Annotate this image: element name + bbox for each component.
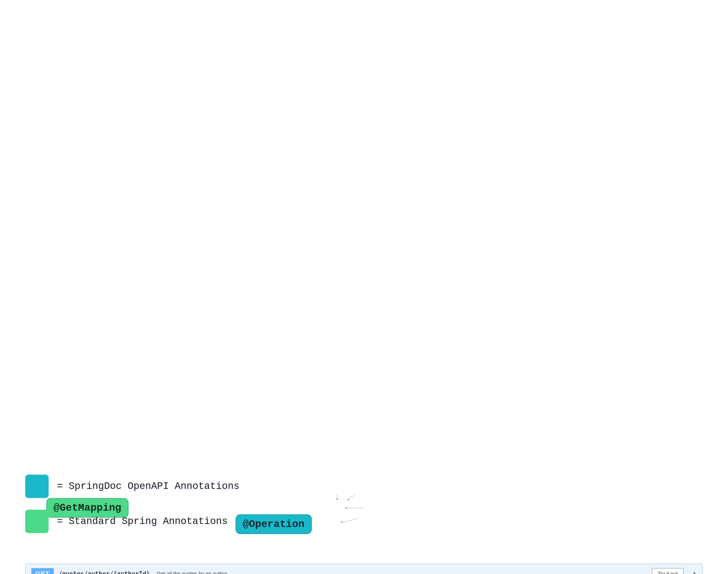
legend-item-teal: = SpringDoc OpenAPI Annotations [25, 475, 703, 498]
legend-teal-label: = SpringDoc OpenAPI Annotations [57, 481, 240, 492]
endpoint-path: /quotes/author/{authorId} [58, 570, 150, 574]
legend-green-label: = Standard Spring Annotations [57, 516, 228, 527]
swagger-panel: GET /quotes/author/{authorId} Get all th… [25, 564, 703, 574]
endpoint-description: Get all the quotes by an author [157, 571, 227, 574]
swagger-header: GET /quotes/author/{authorId} Get all th… [26, 564, 702, 574]
legend-section: = SpringDoc OpenAPI Annotations = Standa… [25, 475, 703, 533]
try-it-out-button[interactable]: Try it out [652, 568, 684, 574]
collapse-icon[interactable]: ∧ [692, 570, 697, 574]
green-square [25, 510, 49, 533]
main-container: @GetMapping @Operation @PathVariable @Ap… [25, 489, 703, 547]
legend-item-green: = Standard Spring Annotations [25, 510, 703, 533]
teal-square [25, 475, 49, 498]
get-badge: GET [31, 568, 54, 574]
